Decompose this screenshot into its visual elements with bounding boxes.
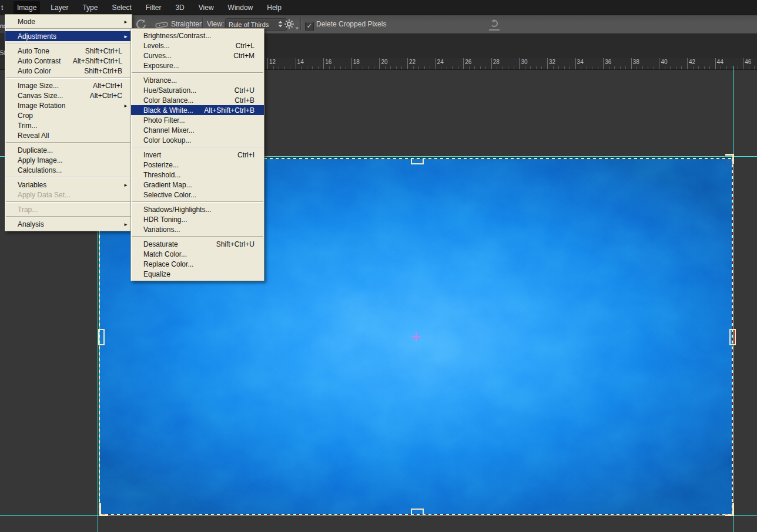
crop-edge-bottom[interactable]: [99, 514, 732, 515]
menu-separator: [132, 201, 263, 203]
menu-item-levels[interactable]: Levels...Ctrl+L: [131, 41, 264, 50]
menu-item-analysis[interactable]: Analysis►: [5, 219, 132, 229]
menubar-item-type[interactable]: Type: [79, 1, 101, 14]
menu-item-match-color[interactable]: Match Color...: [131, 249, 264, 259]
menu-item-label: Calculations...: [18, 166, 62, 174]
menu-item-crop[interactable]: Crop: [5, 110, 132, 120]
menubar-item-window[interactable]: Window: [225, 1, 257, 14]
ruler-major-tick: [267, 58, 268, 69]
crop-pivot-crosshair[interactable]: [411, 332, 421, 341]
menu-item-exposure[interactable]: Exposure...: [131, 60, 264, 70]
ruler-minor-tick: [642, 66, 643, 69]
menu-item-label: Posterize...: [143, 161, 179, 169]
menu-item-label: Equalize: [143, 270, 170, 278]
ruler-minor-tick: [654, 66, 654, 69]
menu-item-adjustments[interactable]: Adjustments►: [5, 31, 132, 41]
menu-item-label: Gradient Map...: [143, 181, 192, 189]
straighten-button[interactable]: Straighten: [171, 20, 203, 28]
view-updown-arrows-icon: [277, 20, 283, 29]
reset-icon[interactable]: [489, 19, 500, 31]
menu-item-auto-color[interactable]: Auto ColorShift+Ctrl+B: [5, 66, 132, 76]
menu-item-canvas-size[interactable]: Canvas Size...Alt+Ctrl+C: [5, 90, 132, 100]
ruler-minor-tick: [581, 66, 581, 69]
gear-icon[interactable]: [284, 19, 294, 31]
menu-item-shortcut: Shift+Ctrl+U: [216, 240, 260, 248]
ruler-major-tick: [379, 58, 380, 69]
menu-item-color-balance[interactable]: Color Balance...Ctrl+B: [131, 95, 264, 105]
ruler-major-tick: [296, 58, 296, 69]
menu-item-label: Auto Color: [18, 67, 51, 75]
ruler-major-tick: [659, 58, 659, 69]
menu-item-trim[interactable]: Trim...: [5, 120, 132, 130]
menubar-item-view[interactable]: View: [195, 1, 217, 14]
menu-item-image-rotation[interactable]: Image Rotation►: [5, 100, 132, 110]
ruler-major-tick: [491, 58, 492, 69]
menu-item-threshold[interactable]: Threshold...: [131, 170, 264, 180]
ruler-minor-tick: [536, 66, 537, 69]
crop-handle-bottom-right[interactable]: [725, 503, 734, 516]
menu-item-brightness-contrast[interactable]: Brightness/Contrast...: [131, 31, 264, 41]
crop-handle-bottom-middle[interactable]: [411, 509, 424, 514]
ruler-minor-tick: [329, 66, 330, 69]
menu-item-gradient-map[interactable]: Gradient Map...: [131, 180, 264, 190]
vertical-guide-right[interactable]: [733, 66, 734, 532]
ruler-minor-tick: [301, 66, 302, 69]
menu-item-auto-tone[interactable]: Auto ToneShift+Ctrl+L: [5, 46, 132, 56]
ruler-minor-tick: [525, 66, 525, 69]
menu-item-vibrance[interactable]: Vibrance...: [131, 75, 264, 85]
delete-cropped-pixels-checkbox[interactable]: ✓: [305, 22, 314, 31]
menu-item-duplicate[interactable]: Duplicate...: [5, 145, 132, 155]
menu-item-mode[interactable]: Mode►: [5, 16, 132, 26]
menu-item-label: Hue/Saturation...: [143, 86, 196, 95]
ruler-major-tick: [519, 58, 520, 69]
menu-item-label: Selective Color...: [143, 191, 196, 199]
menu-item-apply-image[interactable]: Apply Image...: [5, 155, 132, 165]
menu-item-curves[interactable]: Curves...Ctrl+M: [131, 50, 264, 60]
ruler-minor-tick: [541, 66, 542, 69]
menu-item-photo-filter[interactable]: Photo Filter...: [131, 115, 264, 125]
menu-item-variations[interactable]: Variations...: [131, 224, 264, 234]
ruler-minor-tick: [374, 66, 374, 69]
menubar-item-help[interactable]: Help: [263, 1, 285, 14]
menu-item-calculations[interactable]: Calculations...: [5, 165, 132, 175]
menu-item-posterize[interactable]: Posterize...: [131, 160, 264, 170]
menu-item-selective-color[interactable]: Selective Color...: [131, 190, 264, 200]
ruler-major-tick: [463, 58, 464, 69]
menu-item-desaturate[interactable]: DesaturateShift+Ctrl+U: [131, 239, 264, 249]
menu-item-label: Invert: [143, 151, 161, 159]
menu-item-channel-mixer[interactable]: Channel Mixer...: [131, 125, 264, 135]
menubar-item-3d[interactable]: 3D: [172, 1, 187, 14]
menu-item-replace-color[interactable]: Replace Color...: [131, 259, 264, 269]
menu-item-auto-contrast[interactable]: Auto ContrastAlt+Shift+Ctrl+L: [5, 56, 132, 66]
menu-item-image-size[interactable]: Image Size...Alt+Ctrl+I: [5, 80, 132, 90]
menu-item-invert[interactable]: InvertCtrl+I: [131, 150, 264, 160]
ruler-major-tick: [687, 58, 688, 69]
menu-item-label: Shadows/Highlights...: [143, 206, 211, 214]
ruler-minor-tick: [430, 66, 430, 69]
menu-item-equalize[interactable]: Equalize: [131, 269, 264, 279]
menu-item-label: Adjustments: [18, 32, 56, 41]
menubar-item-image[interactable]: Image: [14, 1, 40, 14]
crop-handle-bottom-left[interactable]: [99, 503, 108, 516]
crop-handle-top-right[interactable]: [725, 154, 734, 164]
ruler-minor-tick: [670, 66, 671, 69]
menu-item-hue-saturation[interactable]: Hue/Saturation...Ctrl+U: [131, 85, 264, 95]
crop-handle-right-middle[interactable]: [729, 329, 736, 345]
horizontal-guide-bottom[interactable]: [0, 515, 757, 516]
menu-item-label: Brightness/Contrast...: [143, 32, 211, 40]
menubar-item-select[interactable]: Select: [108, 1, 135, 14]
menu-item-shadows-highlights[interactable]: Shadows/Highlights...: [131, 204, 264, 214]
ruler-minor-tick: [357, 66, 357, 69]
crop-handle-top-middle[interactable]: [411, 159, 424, 164]
ruler-number: 24: [437, 59, 444, 65]
menu-item-reveal-all[interactable]: Reveal All: [5, 130, 132, 140]
menu-item-hdr-toning[interactable]: HDR Toning...: [131, 214, 264, 224]
menu-item-color-lookup[interactable]: Color Lookup...: [131, 135, 264, 145]
menu-item-variables[interactable]: Variables►: [5, 180, 132, 190]
menu-item-shortcut: Alt+Ctrl+C: [90, 92, 128, 100]
ruler-minor-tick: [676, 66, 676, 69]
menubar-item-layer[interactable]: Layer: [47, 1, 72, 14]
menu-item-black-white[interactable]: Black & White...Alt+Shift+Ctrl+B: [131, 105, 264, 115]
crop-handle-left-middle[interactable]: [98, 329, 105, 345]
menubar-item-filter[interactable]: Filter: [142, 1, 165, 14]
